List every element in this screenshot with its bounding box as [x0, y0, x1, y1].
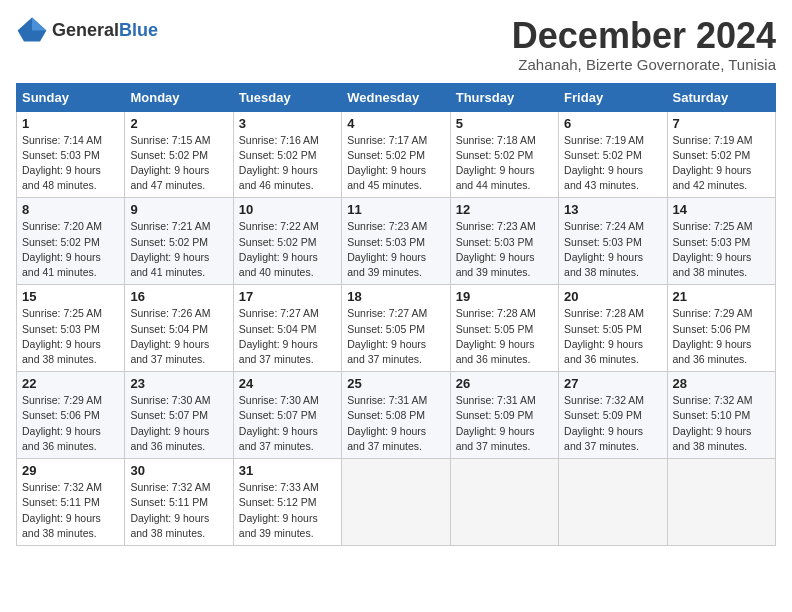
day-info: Sunrise: 7:30 AMSunset: 5:07 PMDaylight:…: [239, 393, 336, 454]
calendar-cell: 10 Sunrise: 7:22 AMSunset: 5:02 PMDaylig…: [233, 198, 341, 285]
day-number: 7: [673, 116, 770, 131]
day-info: Sunrise: 7:25 AMSunset: 5:03 PMDaylight:…: [22, 306, 119, 367]
day-number: 31: [239, 463, 336, 478]
calendar-cell: 21 Sunrise: 7:29 AMSunset: 5:06 PMDaylig…: [667, 285, 775, 372]
calendar-cell: 12 Sunrise: 7:23 AMSunset: 5:03 PMDaylig…: [450, 198, 558, 285]
day-info: Sunrise: 7:21 AMSunset: 5:02 PMDaylight:…: [130, 219, 227, 280]
calendar-cell: 20 Sunrise: 7:28 AMSunset: 5:05 PMDaylig…: [559, 285, 667, 372]
location-subtitle: Zahanah, Bizerte Governorate, Tunisia: [512, 56, 776, 73]
calendar-cell: 25 Sunrise: 7:31 AMSunset: 5:08 PMDaylig…: [342, 372, 450, 459]
day-info: Sunrise: 7:24 AMSunset: 5:03 PMDaylight:…: [564, 219, 661, 280]
calendar-cell: 16 Sunrise: 7:26 AMSunset: 5:04 PMDaylig…: [125, 285, 233, 372]
day-number: 22: [22, 376, 119, 391]
calendar-cell: 14 Sunrise: 7:25 AMSunset: 5:03 PMDaylig…: [667, 198, 775, 285]
calendar-cell: 1 Sunrise: 7:14 AMSunset: 5:03 PMDayligh…: [17, 111, 125, 198]
calendar-cell: 29 Sunrise: 7:32 AMSunset: 5:11 PMDaylig…: [17, 459, 125, 546]
calendar-table: SundayMondayTuesdayWednesdayThursdayFrid…: [16, 83, 776, 546]
weekday-header-tuesday: Tuesday: [233, 83, 341, 111]
day-info: Sunrise: 7:27 AMSunset: 5:04 PMDaylight:…: [239, 306, 336, 367]
day-number: 19: [456, 289, 553, 304]
day-number: 11: [347, 202, 444, 217]
calendar-cell: [667, 459, 775, 546]
day-info: Sunrise: 7:18 AMSunset: 5:02 PMDaylight:…: [456, 133, 553, 194]
day-info: Sunrise: 7:32 AMSunset: 5:11 PMDaylight:…: [130, 480, 227, 541]
day-info: Sunrise: 7:16 AMSunset: 5:02 PMDaylight:…: [239, 133, 336, 194]
day-number: 20: [564, 289, 661, 304]
day-info: Sunrise: 7:14 AMSunset: 5:03 PMDaylight:…: [22, 133, 119, 194]
calendar-body: 1 Sunrise: 7:14 AMSunset: 5:03 PMDayligh…: [17, 111, 776, 545]
day-number: 30: [130, 463, 227, 478]
day-number: 21: [673, 289, 770, 304]
logo-text: GeneralBlue: [52, 20, 158, 41]
day-number: 17: [239, 289, 336, 304]
day-info: Sunrise: 7:31 AMSunset: 5:08 PMDaylight:…: [347, 393, 444, 454]
day-info: Sunrise: 7:19 AMSunset: 5:02 PMDaylight:…: [564, 133, 661, 194]
day-number: 24: [239, 376, 336, 391]
day-number: 27: [564, 376, 661, 391]
calendar-cell: 7 Sunrise: 7:19 AMSunset: 5:02 PMDayligh…: [667, 111, 775, 198]
day-number: 29: [22, 463, 119, 478]
calendar-cell: 17 Sunrise: 7:27 AMSunset: 5:04 PMDaylig…: [233, 285, 341, 372]
weekday-header-wednesday: Wednesday: [342, 83, 450, 111]
calendar-cell: 23 Sunrise: 7:30 AMSunset: 5:07 PMDaylig…: [125, 372, 233, 459]
day-info: Sunrise: 7:19 AMSunset: 5:02 PMDaylight:…: [673, 133, 770, 194]
day-number: 18: [347, 289, 444, 304]
calendar-cell: 22 Sunrise: 7:29 AMSunset: 5:06 PMDaylig…: [17, 372, 125, 459]
day-info: Sunrise: 7:32 AMSunset: 5:10 PMDaylight:…: [673, 393, 770, 454]
day-number: 1: [22, 116, 119, 131]
weekday-header-friday: Friday: [559, 83, 667, 111]
day-info: Sunrise: 7:33 AMSunset: 5:12 PMDaylight:…: [239, 480, 336, 541]
day-info: Sunrise: 7:31 AMSunset: 5:09 PMDaylight:…: [456, 393, 553, 454]
calendar-cell: 5 Sunrise: 7:18 AMSunset: 5:02 PMDayligh…: [450, 111, 558, 198]
calendar-week-4: 22 Sunrise: 7:29 AMSunset: 5:06 PMDaylig…: [17, 372, 776, 459]
calendar-cell: 15 Sunrise: 7:25 AMSunset: 5:03 PMDaylig…: [17, 285, 125, 372]
weekday-header-saturday: Saturday: [667, 83, 775, 111]
weekday-header-thursday: Thursday: [450, 83, 558, 111]
calendar-cell: 24 Sunrise: 7:30 AMSunset: 5:07 PMDaylig…: [233, 372, 341, 459]
weekday-header-monday: Monday: [125, 83, 233, 111]
day-number: 25: [347, 376, 444, 391]
month-title: December 2024: [512, 16, 776, 56]
day-info: Sunrise: 7:17 AMSunset: 5:02 PMDaylight:…: [347, 133, 444, 194]
calendar-cell: 6 Sunrise: 7:19 AMSunset: 5:02 PMDayligh…: [559, 111, 667, 198]
day-number: 14: [673, 202, 770, 217]
calendar-cell: 27 Sunrise: 7:32 AMSunset: 5:09 PMDaylig…: [559, 372, 667, 459]
calendar-cell: 13 Sunrise: 7:24 AMSunset: 5:03 PMDaylig…: [559, 198, 667, 285]
day-info: Sunrise: 7:29 AMSunset: 5:06 PMDaylight:…: [673, 306, 770, 367]
day-number: 28: [673, 376, 770, 391]
calendar-cell: 3 Sunrise: 7:16 AMSunset: 5:02 PMDayligh…: [233, 111, 341, 198]
day-info: Sunrise: 7:28 AMSunset: 5:05 PMDaylight:…: [456, 306, 553, 367]
day-info: Sunrise: 7:20 AMSunset: 5:02 PMDaylight:…: [22, 219, 119, 280]
day-info: Sunrise: 7:29 AMSunset: 5:06 PMDaylight:…: [22, 393, 119, 454]
logo-blue: Blue: [119, 20, 158, 40]
calendar-cell: [559, 459, 667, 546]
calendar-header-row: SundayMondayTuesdayWednesdayThursdayFrid…: [17, 83, 776, 111]
day-info: Sunrise: 7:32 AMSunset: 5:11 PMDaylight:…: [22, 480, 119, 541]
day-info: Sunrise: 7:32 AMSunset: 5:09 PMDaylight:…: [564, 393, 661, 454]
day-number: 12: [456, 202, 553, 217]
weekday-header-sunday: Sunday: [17, 83, 125, 111]
day-number: 16: [130, 289, 227, 304]
day-number: 8: [22, 202, 119, 217]
day-number: 15: [22, 289, 119, 304]
day-number: 10: [239, 202, 336, 217]
calendar-cell: 4 Sunrise: 7:17 AMSunset: 5:02 PMDayligh…: [342, 111, 450, 198]
day-number: 3: [239, 116, 336, 131]
day-number: 6: [564, 116, 661, 131]
title-block: December 2024 Zahanah, Bizerte Governora…: [512, 16, 776, 73]
day-number: 13: [564, 202, 661, 217]
day-info: Sunrise: 7:23 AMSunset: 5:03 PMDaylight:…: [456, 219, 553, 280]
logo-icon: [16, 16, 48, 44]
day-number: 5: [456, 116, 553, 131]
logo-general: General: [52, 20, 119, 40]
day-info: Sunrise: 7:28 AMSunset: 5:05 PMDaylight:…: [564, 306, 661, 367]
calendar-week-3: 15 Sunrise: 7:25 AMSunset: 5:03 PMDaylig…: [17, 285, 776, 372]
calendar-week-1: 1 Sunrise: 7:14 AMSunset: 5:03 PMDayligh…: [17, 111, 776, 198]
calendar-cell: 28 Sunrise: 7:32 AMSunset: 5:10 PMDaylig…: [667, 372, 775, 459]
day-number: 26: [456, 376, 553, 391]
day-number: 2: [130, 116, 227, 131]
calendar-cell: 11 Sunrise: 7:23 AMSunset: 5:03 PMDaylig…: [342, 198, 450, 285]
calendar-cell: 26 Sunrise: 7:31 AMSunset: 5:09 PMDaylig…: [450, 372, 558, 459]
day-info: Sunrise: 7:23 AMSunset: 5:03 PMDaylight:…: [347, 219, 444, 280]
calendar-cell: 2 Sunrise: 7:15 AMSunset: 5:02 PMDayligh…: [125, 111, 233, 198]
